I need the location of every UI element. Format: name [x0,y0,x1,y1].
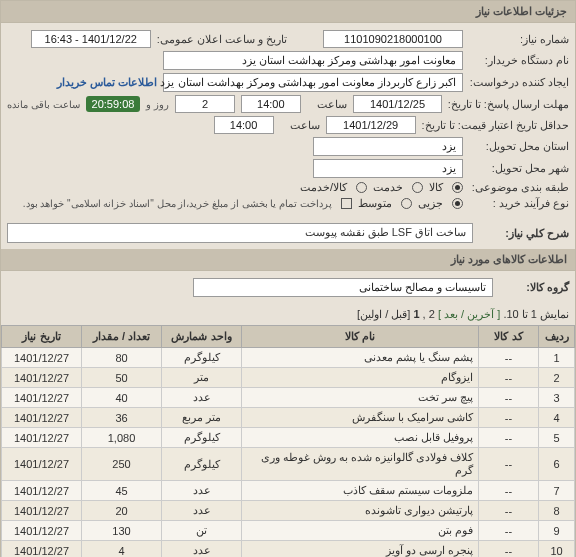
th-row: ردیف [539,326,575,348]
radio-small-label: جزیی [418,197,443,210]
announce-field: 1401/12/22 - 16:43 [31,30,151,48]
classification-radio-group: کالا خدمت کالا/خدمت [300,181,463,194]
cell-name: فوم بتن [242,521,479,541]
th-unit: واحد شمارش [162,326,242,348]
purchase-type-radio-group: جزیی متوسط پرداخت تمام یا بخشی از مبلغ خ… [23,197,463,210]
table-row[interactable]: 4--کاشی سرامیک با سنگفرشمتر مربع361401/1… [2,408,575,428]
pagination-current: 1 [413,308,419,320]
cell-qty: 250 [82,448,162,481]
cell-qty: 45 [82,481,162,501]
validity-label: حداقل تاریخ اعتبار قیمت: تا تاریخ: [422,119,569,132]
city-label: شهر محل تحویل: [469,162,569,175]
cell-date: 1401/12/27 [2,448,82,481]
announce-label: تاریخ و ساعت اعلان عمومی: [157,33,287,46]
pagination-bar: نمایش 1 تا 10. [ آخرین / بعد ] 2 , 1 [قب… [1,304,575,325]
treasury-note: پرداخت تمام یا بخشی از مبلغ خرید،از محل … [23,198,332,209]
cell-name: پارتیشن دیواری تاشونده [242,501,479,521]
table-row[interactable]: 1--پشم سنگ یا پشم معدنیکیلوگرم801401/12/… [2,348,575,368]
cell-date: 1401/12/27 [2,481,82,501]
goods-table: ردیف کد کالا نام کالا واحد شمارش تعداد /… [1,325,575,557]
cell-unit: کیلوگرم [162,448,242,481]
province-field: یزد [313,137,463,156]
goods-section-title: اطلاعات کالاهای مورد نیاز [1,249,575,271]
cell-unit: کیلوگرم [162,348,242,368]
cell-qty: 50 [82,368,162,388]
cell-code: -- [479,481,539,501]
cell-date: 1401/12/27 [2,541,82,558]
table-row[interactable]: 5--پروفیل قابل نصبکیلوگرم1,0801401/12/27 [2,428,575,448]
table-row[interactable]: 6--کلاف فولادی گالوانیزه شده به روش غوطه… [2,448,575,481]
cell-row: 4 [539,408,575,428]
cell-row: 9 [539,521,575,541]
radio-goods-label: کالا [429,181,443,194]
goods-group-field: تاسیسات و مصالح ساختمانی [193,278,493,297]
cell-name: پیچ سر تخت [242,388,479,408]
cell-qty: 36 [82,408,162,428]
cell-code: -- [479,428,539,448]
th-code: کد کالا [479,326,539,348]
table-row[interactable]: 7--ملزومات سیستم سقف کاذبعدد451401/12/27 [2,481,575,501]
countdown-pill: 20:59:08 [86,96,141,112]
radio-both-label: کالا/خدمت [300,181,347,194]
time-label-1: ساعت [307,98,347,111]
buyer-org-field: معاونت امور بهداشتی ومرکز بهداشت استان ی… [163,51,463,70]
cell-code: -- [479,368,539,388]
radio-both[interactable] [356,182,367,193]
cell-name: ایزوگام [242,368,479,388]
requester-field: اکبر زارع کاربرداز معاونت امور بهداشتی و… [163,73,463,92]
cell-row: 5 [539,428,575,448]
cell-row: 8 [539,501,575,521]
table-row[interactable]: 10--پنجره ارسی دو آویزعدد41401/12/27 [2,541,575,558]
days-left-unit: روز و [146,99,169,110]
pagination-range: نمایش 1 تا 10. [503,308,569,320]
buyer-contact-link[interactable]: اطلاعات تماس خریدار [57,76,157,89]
cell-row: 6 [539,448,575,481]
cell-code: -- [479,448,539,481]
cell-unit: متر [162,368,242,388]
desc-label: شرح کلي نياز: [479,223,569,240]
requester-label: ایجاد کننده درخواست: [469,76,569,89]
cell-qty: 20 [82,501,162,521]
cell-code: -- [479,408,539,428]
cell-unit: کیلوگرم [162,428,242,448]
deadline-date-field: 1401/12/25 [353,95,443,113]
table-row[interactable]: 9--فوم بتنتن1301401/12/27 [2,521,575,541]
cell-name: ملزومات سیستم سقف کاذب [242,481,479,501]
purchase-type-label: نوع فرآیند خرید : [469,197,569,210]
treasury-checkbox[interactable] [341,198,352,209]
city-field: یزد [313,159,463,178]
cell-date: 1401/12/27 [2,428,82,448]
radio-goods[interactable] [452,182,463,193]
pagination-last-link[interactable]: [ آخرین [467,308,500,320]
cell-code: -- [479,541,539,558]
table-row[interactable]: 8--پارتیشن دیواری تاشوندهعدد201401/12/27 [2,501,575,521]
cell-date: 1401/12/27 [2,501,82,521]
desc-field: ساخت اتاق LSF طبق نقشه پیوست [7,223,473,243]
cell-unit: تن [162,521,242,541]
goods-table-wrap: ستاد مرجع مناقصات کشور جهت درج آگهی مزای… [1,325,575,557]
cell-date: 1401/12/27 [2,388,82,408]
pagination-next-link[interactable]: / بعد ] [438,308,464,320]
cell-qty: 80 [82,348,162,368]
time-label-2: ساعت [280,119,320,132]
validity-time-field: 14:00 [214,116,274,134]
cell-unit: عدد [162,481,242,501]
radio-medium[interactable] [401,198,412,209]
cell-date: 1401/12/27 [2,408,82,428]
need-no-label: شماره نیاز: [469,33,569,46]
radio-medium-label: متوسط [358,197,392,210]
table-row[interactable]: 2--ایزوگاممتر501401/12/27 [2,368,575,388]
cell-qty: 40 [82,388,162,408]
cell-name: پنجره ارسی دو آویز [242,541,479,558]
cell-date: 1401/12/27 [2,368,82,388]
need-details-panel: جزئیات اطلاعات نیاز شماره نیاز: 11010902… [0,0,576,557]
cell-qty: 130 [82,521,162,541]
cell-code: -- [479,388,539,408]
radio-service[interactable] [412,182,423,193]
pagination-total: 2 , [423,308,435,320]
cell-unit: عدد [162,501,242,521]
table-row[interactable]: 3--پیچ سر تختعدد401401/12/27 [2,388,575,408]
pagination-prev-first: [قبل / اولین] [357,308,410,320]
cell-unit: متر مربع [162,408,242,428]
radio-small[interactable] [452,198,463,209]
